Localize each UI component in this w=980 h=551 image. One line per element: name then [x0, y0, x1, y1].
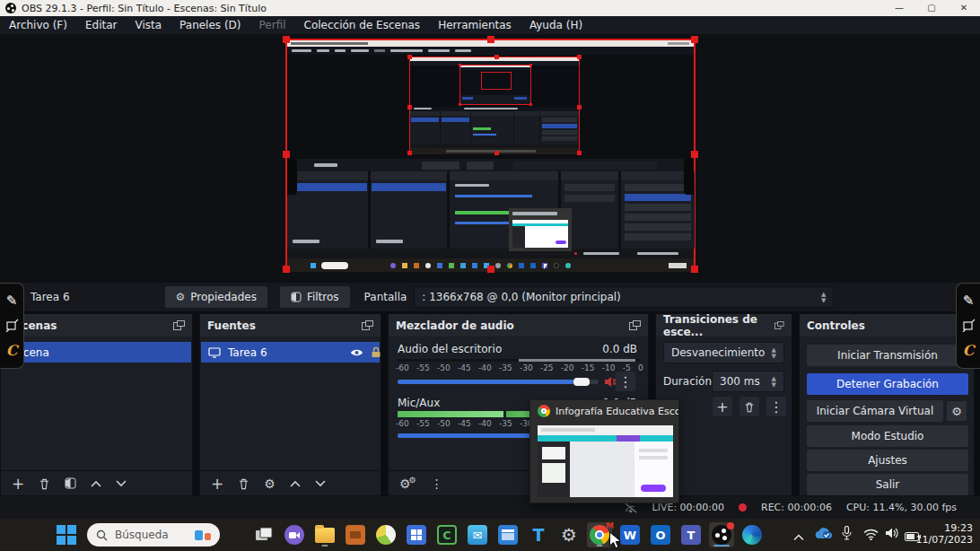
- minimize-button[interactable]: —: [883, 0, 915, 16]
- calendar-button[interactable]: [495, 522, 521, 547]
- task-view-button[interactable]: [251, 522, 276, 547]
- close-button[interactable]: ✕: [948, 0, 980, 16]
- rec-time: REC: 00:00:06: [761, 502, 832, 513]
- menu-archivo[interactable]: Archivo (F): [0, 16, 76, 34]
- stop-recording-button[interactable]: Detener Grabación: [807, 373, 968, 395]
- duration-spinbox[interactable]: 300 ms ▲▼: [712, 371, 784, 392]
- settings-button[interactable]: Ajustes: [807, 450, 968, 471]
- mini-block: [287, 47, 694, 55]
- spinbox-arrows-icon[interactable]: ▲▼: [772, 376, 776, 388]
- crop-transform-icon[interactable]: [5, 319, 19, 332]
- selection-handle[interactable]: [691, 266, 698, 273]
- microphone-icon[interactable]: [842, 526, 852, 544]
- scene-filters-button[interactable]: [65, 477, 76, 489]
- selection-handle[interactable]: [691, 151, 698, 158]
- restore-button[interactable]: ▢: [915, 0, 948, 16]
- crop-transform-icon[interactable]: [962, 319, 976, 332]
- file-explorer-button[interactable]: [312, 522, 337, 547]
- letter-c-tool-icon[interactable]: C: [6, 342, 18, 359]
- remove-scene-button[interactable]: [39, 477, 50, 490]
- tray-clock[interactable]: 19:23 11/07/2023: [916, 522, 973, 546]
- menu-paneles[interactable]: Paneles (D): [171, 16, 249, 34]
- selection-handle[interactable]: [691, 36, 698, 43]
- pencil-icon[interactable]: ✎: [6, 293, 18, 309]
- status-bar: LIVE: 00:00:00 REC: 00:00:06 CPU: 11.4%,…: [0, 496, 980, 519]
- virtual-camera-config-gear-icon[interactable]: ⚙: [947, 401, 967, 421]
- move-scene-down-button[interactable]: [116, 480, 127, 487]
- selection-handle[interactable]: [283, 151, 290, 158]
- remove-source-button[interactable]: [238, 477, 249, 490]
- toolbox-app-button[interactable]: [343, 522, 368, 547]
- speaker-icon[interactable]: [885, 526, 899, 543]
- transition-select[interactable]: Desvanecimiento ▲▼: [663, 342, 784, 363]
- select-spinner-icon[interactable]: ▲▼: [772, 347, 776, 359]
- menu-editar[interactable]: Editar: [76, 16, 127, 34]
- studio-mode-button[interactable]: Modo Estudio: [807, 425, 968, 447]
- menu-vista[interactable]: Vista: [126, 16, 171, 34]
- move-scene-up-button[interactable]: [91, 480, 101, 487]
- edge-button[interactable]: [739, 522, 765, 547]
- wifi-icon[interactable]: [863, 527, 879, 544]
- source-row[interactable]: Tarea 6: [201, 342, 380, 363]
- menu-coleccion[interactable]: Colección de Escenas: [295, 16, 430, 34]
- window-thumbnail[interactable]: [538, 425, 673, 497]
- selection-handle[interactable]: [487, 36, 494, 43]
- dock-popout-icon[interactable]: [173, 320, 185, 330]
- selection-handle[interactable]: [487, 266, 494, 273]
- lock-icon[interactable]: [371, 346, 381, 358]
- select-spinner-icon[interactable]: ▲▼: [821, 292, 826, 303]
- remove-transition-button[interactable]: [739, 397, 759, 416]
- dock-popout-icon[interactable]: [362, 320, 373, 330]
- taskbar-search[interactable]: Búsqueda: [87, 523, 220, 547]
- calculator-button[interactable]: [404, 522, 429, 547]
- outlook-button[interactable]: O: [648, 522, 673, 547]
- obs-taskbar-button[interactable]: [709, 522, 734, 547]
- mail-button[interactable]: ✉: [465, 522, 490, 547]
- move-source-down-button[interactable]: [315, 480, 326, 487]
- onedrive-icon[interactable]: [815, 526, 833, 543]
- selection-handle[interactable]: [283, 36, 290, 43]
- preview-capture-selection[interactable]: [285, 39, 696, 270]
- teams-button[interactable]: T: [678, 522, 704, 547]
- exit-button[interactable]: Salir: [807, 474, 968, 495]
- desktop-volume-slider[interactable]: [398, 378, 599, 386]
- tray-chevron-up-icon[interactable]: [793, 528, 804, 545]
- selection-handle[interactable]: [283, 266, 290, 273]
- taskbar-thumbnail-tooltip[interactable]: Infografía Educativa Escolar Dib...: [529, 399, 679, 503]
- muted-speaker-icon[interactable]: [604, 376, 617, 388]
- mixer-menu-button[interactable]: ⋮: [431, 477, 443, 491]
- move-source-up-button[interactable]: [290, 480, 301, 487]
- visibility-eye-icon[interactable]: [350, 348, 363, 357]
- c-app-button[interactable]: C: [434, 522, 459, 547]
- menu-ayuda[interactable]: Ayuda (H): [521, 16, 591, 34]
- pencil-icon[interactable]: ✎: [963, 293, 975, 309]
- settings-button-taskbar[interactable]: ⚙: [556, 522, 582, 547]
- mini-block: [317, 49, 329, 52]
- add-transition-button[interactable]: +: [713, 397, 732, 416]
- slider-handle[interactable]: [573, 378, 590, 386]
- properties-button[interactable]: ⚙ Propiedades: [165, 286, 267, 308]
- menu-herramientas[interactable]: Herramientas: [429, 16, 521, 34]
- scene-row[interactable]: Escena: [2, 342, 191, 363]
- source-properties-gear-icon[interactable]: ⚙: [264, 477, 276, 491]
- add-source-button[interactable]: +: [211, 475, 223, 493]
- t-app-button[interactable]: T: [526, 522, 551, 547]
- letter-c-tool-icon[interactable]: C: [963, 342, 975, 359]
- add-scene-button[interactable]: +: [12, 475, 24, 493]
- advanced-audio-gear-icon[interactable]: ⚙⚙: [399, 477, 416, 491]
- round-app-button[interactable]: [373, 522, 398, 547]
- desktop-audio-menu-button[interactable]: ⋮: [616, 372, 635, 391]
- dock-popout-icon[interactable]: [629, 320, 641, 330]
- mini-block: [287, 249, 694, 258]
- dock-popout-icon[interactable]: [774, 320, 784, 330]
- filters-button[interactable]: Filtros: [280, 286, 350, 308]
- transition-menu-button[interactable]: ⋮: [766, 397, 786, 416]
- chat-app-button[interactable]: [282, 522, 307, 547]
- start-button[interactable]: [54, 522, 79, 547]
- stream-inactive-icon: [624, 503, 638, 513]
- display-select[interactable]: : 1366x768 @ 0,0 (Monitor principal) ▲▼: [414, 286, 834, 308]
- menu-perfil[interactable]: Perfil: [250, 16, 295, 34]
- mini-block: [321, 262, 348, 269]
- virtual-camera-button[interactable]: Iniciar Cámara Virtual: [807, 400, 943, 422]
- start-streaming-button[interactable]: Iniciar Transmisión: [807, 345, 968, 366]
